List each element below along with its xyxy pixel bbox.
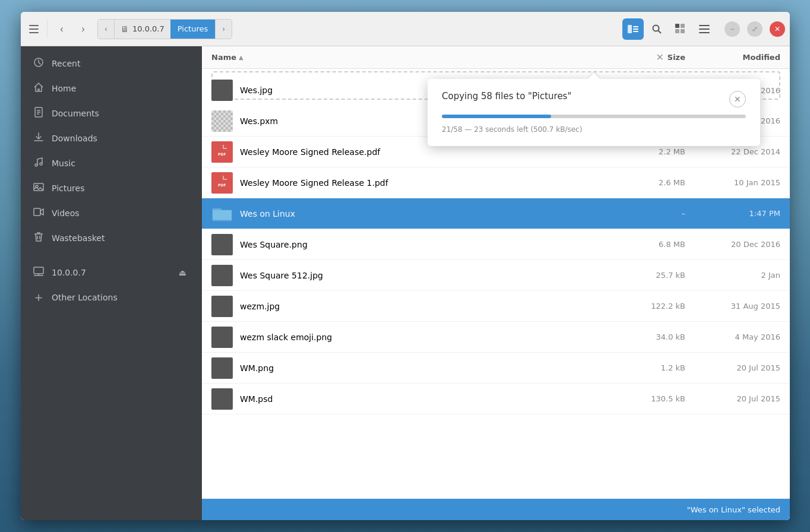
table-row[interactable]: Wes Square.png 6.8 MB 20 Dec 2016 xyxy=(202,229,790,260)
file-size: 1.2 kB xyxy=(614,363,685,372)
file-name-cell: wezm slack emoji.png xyxy=(211,327,614,348)
sidebar-item-documents[interactable]: Documents xyxy=(21,101,202,126)
svg-rect-3 xyxy=(628,25,632,33)
file-name-label: Wesley Moore Signed Release.pdf xyxy=(240,147,380,157)
forward-button[interactable]: › xyxy=(74,20,93,39)
svg-rect-15 xyxy=(699,32,710,33)
table-row[interactable]: WM.png 1.2 kB 20 Jul 2015 xyxy=(202,353,790,384)
sidebar-item-music[interactable]: Music xyxy=(21,151,202,176)
svg-line-8 xyxy=(659,30,662,33)
file-icon-pdf2: PDF xyxy=(211,172,233,194)
progress-track xyxy=(442,115,746,118)
pictures-icon xyxy=(33,182,45,195)
file-name-cell: Wes Square.png xyxy=(211,234,614,255)
file-date: 10 Jan 2015 xyxy=(685,178,780,187)
sidebar-item-downloads[interactable]: Downloads xyxy=(21,126,202,151)
svg-rect-13 xyxy=(699,25,710,26)
file-icon-pdf1: PDF xyxy=(211,141,233,163)
sidebar-item-home[interactable]: Home xyxy=(21,76,202,101)
svg-rect-29 xyxy=(34,267,43,274)
col-headers-actual: Name ▲ ✕ Size Modified xyxy=(202,46,790,69)
sidebar-item-other-locations[interactable]: + Other Locations xyxy=(21,285,202,309)
col-size-modified-header: ✕ Size xyxy=(614,52,685,63)
sidebar-item-pictures[interactable]: Pictures xyxy=(21,176,202,201)
file-size: 25.7 kB xyxy=(614,271,685,280)
sidebar-pictures-label: Pictures xyxy=(52,183,84,193)
table-row[interactable]: Wes Square 512.jpg 25.7 kB 2 Jan xyxy=(202,260,790,291)
file-date: 20 Dec 2016 xyxy=(685,240,780,249)
address-current-location[interactable]: Pictures xyxy=(170,20,215,39)
table-row[interactable]: wezm.jpg 122.2 kB 31 Aug 2015 xyxy=(202,291,790,322)
address-current-label: Pictures xyxy=(178,24,208,33)
menu-button[interactable] xyxy=(694,18,715,40)
file-name-cell: Wes Square 512.jpg xyxy=(211,265,614,286)
file-icon-wes-square-512 xyxy=(211,265,233,286)
file-name-cell: PDF Wesley Moore Signed Release 1.pdf xyxy=(211,172,614,194)
eject-button[interactable]: ⏏ xyxy=(175,267,190,278)
col-name[interactable]: Name ▲ xyxy=(211,53,614,62)
search-button[interactable] xyxy=(646,18,667,40)
name-sort-arrow: ▲ xyxy=(239,54,243,61)
sidebar-wastebasket-label: Wastebasket xyxy=(52,233,105,243)
table-row[interactable]: wezm slack emoji.png 34.0 kB 4 May 2016 xyxy=(202,322,790,353)
file-name-cell: WM.psd xyxy=(211,388,614,410)
toggle-sidebar-button[interactable] xyxy=(622,18,644,40)
svg-rect-11 xyxy=(675,29,679,33)
file-name-cell: wezm.jpg xyxy=(211,296,614,317)
sidebar-videos-label: Videos xyxy=(52,208,80,218)
sidebar-other-label: Other Locations xyxy=(52,293,118,302)
sidebar-item-videos[interactable]: Videos xyxy=(21,201,202,226)
status-bar: "Wes on Linux" selected xyxy=(202,499,790,520)
table-row[interactable]: Wes on Linux – 1:47 PM xyxy=(202,198,790,229)
sidebar-item-recent[interactable]: Recent xyxy=(21,51,202,76)
table-row[interactable]: PDF Wesley Moore Signed Release 1.pdf 2.… xyxy=(202,167,790,198)
divider xyxy=(47,20,48,38)
address-bar: ‹ 🖥 10.0.0.7 Pictures › xyxy=(97,19,232,39)
svg-rect-14 xyxy=(699,28,710,30)
restore-button[interactable]: ⤢ xyxy=(747,21,762,37)
progress-fill xyxy=(442,115,551,118)
svg-text:PDF: PDF xyxy=(218,183,226,187)
close-button[interactable]: ✕ xyxy=(770,21,785,37)
copy-popup-close-button[interactable]: ✕ xyxy=(729,91,746,107)
file-name-label: Wes Square.png xyxy=(240,240,308,249)
sidebar-documents-label: Documents xyxy=(52,109,99,118)
network-left: 10.0.0.7 xyxy=(33,266,86,279)
svg-rect-6 xyxy=(633,31,638,32)
table-row[interactable]: WM.psd 130.5 kB 20 Jul 2015 xyxy=(202,384,790,414)
copy-popup-status: 21/58 — 23 seconds left (500.7 kB/sec) xyxy=(442,125,582,134)
sidebar-item-wastebasket[interactable]: Wastebasket xyxy=(21,226,202,251)
col-modified[interactable]: Modified xyxy=(685,53,780,62)
svg-rect-26 xyxy=(34,208,40,216)
address-back-chevron[interactable]: ‹ xyxy=(98,19,115,39)
drawer-icon-button[interactable] xyxy=(26,21,42,37)
file-name-label: Wes on Linux xyxy=(240,209,295,218)
videos-icon xyxy=(33,207,45,220)
titlebar: ‹ › ‹ 🖥 10.0.0.7 Pictures › xyxy=(21,12,790,46)
file-manager-window: ‹ › ‹ 🖥 10.0.0.7 Pictures › xyxy=(21,12,790,520)
grid-view-button[interactable] xyxy=(670,18,691,40)
wastebasket-icon xyxy=(33,232,45,245)
file-date: 20 Jul 2015 xyxy=(685,394,780,403)
svg-rect-12 xyxy=(681,29,685,33)
address-parent-location[interactable]: 🖥 10.0.0.7 xyxy=(115,20,170,39)
file-size: 6.8 MB xyxy=(614,240,685,249)
address-parent-label: 10.0.0.7 xyxy=(132,24,164,33)
downloads-icon xyxy=(33,132,45,145)
svg-rect-9 xyxy=(675,24,679,28)
close-col-button[interactable]: ✕ xyxy=(656,52,663,63)
file-size: 130.5 kB xyxy=(614,394,685,403)
file-size: 34.0 kB xyxy=(614,332,685,341)
copy-popup-header: Copying 58 files to "Pictures" ✕ xyxy=(442,91,746,107)
sidebar-recent-label: Recent xyxy=(52,59,80,68)
file-area: Copying 58 files to "Pictures" ✕ 21/58 —… xyxy=(202,46,790,520)
sidebar-item-network[interactable]: 10.0.0.7 ⏏ xyxy=(21,260,202,285)
minimize-button[interactable]: − xyxy=(724,21,740,37)
copy-progress-popup: Copying 58 files to "Pictures" ✕ 21/58 —… xyxy=(428,79,760,146)
address-forward-chevron[interactable]: › xyxy=(215,19,232,39)
file-name-cell: Wes on Linux xyxy=(211,203,614,224)
file-icon-wm-png xyxy=(211,357,233,379)
main-content: Recent Home Documents Downloads xyxy=(21,46,790,520)
server-icon: 🖥 xyxy=(121,24,129,34)
back-button[interactable]: ‹ xyxy=(52,20,71,39)
